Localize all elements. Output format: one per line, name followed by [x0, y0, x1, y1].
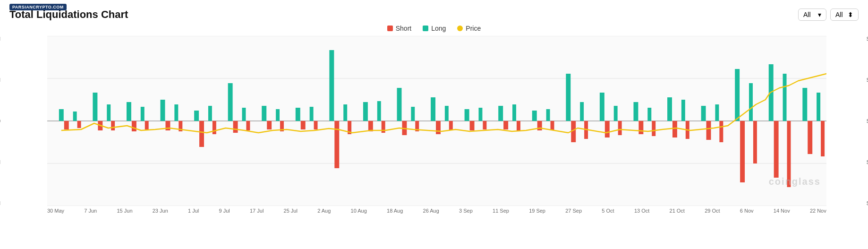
- svg-rect-33: [498, 106, 503, 121]
- x-label-5: 9 Jul: [219, 208, 230, 214]
- svg-rect-82: [551, 121, 554, 130]
- x-label-18: 21 Oct: [670, 208, 685, 214]
- main-chart-area: $703.126M $351.563M $0 $351.563M $703.12…: [9, 36, 859, 206]
- x-label-1: 7 Jun: [84, 208, 97, 214]
- svg-rect-15: [194, 111, 199, 121]
- svg-rect-42: [638, 121, 643, 134]
- svg-rect-59: [174, 104, 178, 121]
- svg-rect-25: [363, 102, 368, 121]
- svg-rect-9: [93, 93, 97, 121]
- y-axis-left: $703.126M $351.563M $0 $351.563M $703.12…: [0, 36, 2, 206]
- x-label-11: 26 Aug: [423, 208, 439, 214]
- svg-rect-98: [821, 121, 825, 156]
- svg-rect-37: [566, 74, 570, 121]
- svg-rect-14: [165, 121, 170, 130]
- svg-rect-77: [478, 108, 482, 121]
- legend-long: Long: [423, 25, 446, 32]
- svg-rect-87: [647, 108, 651, 121]
- svg-rect-46: [706, 121, 711, 140]
- svg-rect-7: [59, 109, 64, 121]
- x-label-20: 6 Nov: [740, 208, 754, 214]
- svg-rect-26: [368, 121, 373, 131]
- svg-rect-71: [377, 101, 381, 121]
- x-label-7: 25 Jul: [284, 208, 298, 214]
- x-label-22: 22 Nov: [810, 208, 826, 214]
- svg-rect-40: [605, 121, 610, 137]
- svg-rect-13: [161, 100, 165, 121]
- svg-rect-22: [301, 121, 306, 129]
- x-label-16: 5 Oct: [602, 208, 614, 214]
- svg-rect-41: [633, 102, 638, 121]
- svg-rect-21: [296, 108, 300, 121]
- y-left-3: $351.563M: [0, 159, 0, 165]
- legend-price-dot: [457, 26, 463, 31]
- svg-rect-91: [715, 104, 719, 121]
- svg-rect-93: [749, 83, 753, 121]
- legend-short-dot: [387, 26, 393, 31]
- x-label-2: 15 Jun: [117, 208, 132, 214]
- svg-rect-19: [262, 106, 266, 121]
- svg-rect-80: [517, 121, 520, 131]
- svg-rect-30: [436, 121, 441, 134]
- dropdown-2-label: All: [835, 11, 843, 18]
- svg-rect-53: [73, 112, 77, 121]
- svg-rect-31: [465, 109, 469, 121]
- svg-rect-57: [141, 107, 145, 121]
- legend: Short Long Price: [0, 25, 868, 32]
- svg-rect-79: [512, 104, 516, 121]
- chart-container: PARSIANCRYPTO.COM Total Liquidations Cha…: [0, 0, 868, 249]
- svg-rect-67: [310, 107, 314, 121]
- header-row: Total Liquidations Chart All ▾ All ⬍: [0, 5, 868, 23]
- legend-long-label: Long: [431, 25, 446, 32]
- svg-rect-75: [445, 106, 449, 121]
- x-label-12: 3 Sep: [459, 208, 473, 214]
- dropdown-2[interactable]: All ⬍: [830, 9, 859, 21]
- chart-title: Total Liquidations Chart: [9, 9, 128, 21]
- svg-rect-69: [343, 104, 347, 121]
- svg-rect-81: [546, 109, 550, 121]
- dropdown-1-arrow: ▾: [818, 11, 821, 18]
- x-axis: 30 May 7 Jun 15 Jun 23 Jun 1 Jul 9 Jul 1…: [47, 208, 826, 214]
- svg-rect-48: [740, 121, 745, 182]
- svg-rect-8: [64, 121, 69, 129]
- svg-rect-34: [503, 121, 508, 129]
- x-label-0: 30 May: [47, 208, 64, 214]
- y-axis-right: $100.00K $80.00K $60.00K $40.00K $20.00K: [865, 36, 868, 206]
- legend-short-label: Short: [396, 25, 411, 32]
- svg-rect-54: [77, 121, 81, 128]
- svg-rect-55: [107, 104, 111, 121]
- svg-rect-39: [600, 93, 604, 121]
- x-label-3: 23 Jun: [153, 208, 168, 214]
- svg-rect-35: [532, 111, 537, 121]
- svg-rect-92: [719, 121, 723, 142]
- svg-rect-95: [783, 74, 787, 121]
- svg-rect-52: [808, 121, 812, 154]
- svg-rect-78: [483, 121, 486, 129]
- svg-rect-47: [735, 69, 740, 121]
- svg-rect-73: [411, 107, 415, 121]
- x-label-14: 19 Sep: [529, 208, 545, 214]
- svg-rect-89: [681, 100, 685, 121]
- svg-rect-51: [802, 88, 807, 121]
- svg-rect-44: [672, 121, 677, 137]
- svg-rect-24: [334, 121, 339, 168]
- svg-rect-97: [817, 93, 820, 121]
- title-area: Total Liquidations Chart: [9, 9, 128, 21]
- dropdown-2-arrows: ⬍: [848, 11, 853, 18]
- x-label-8: 2 Aug: [317, 208, 331, 214]
- dropdown-1[interactable]: All ▾: [798, 9, 826, 21]
- x-label-15: 27 Sep: [565, 208, 582, 214]
- svg-rect-18: [233, 121, 238, 133]
- svg-rect-64: [246, 121, 250, 130]
- svg-rect-45: [701, 106, 706, 121]
- watermark: coinglass: [769, 176, 821, 187]
- svg-rect-94: [753, 121, 757, 163]
- svg-rect-17: [228, 83, 233, 121]
- y-left-2: $0: [0, 118, 0, 124]
- svg-rect-20: [267, 121, 272, 129]
- svg-rect-29: [431, 97, 435, 121]
- legend-price: Price: [457, 25, 481, 32]
- svg-rect-56: [111, 121, 115, 130]
- svg-rect-50: [774, 121, 779, 178]
- svg-rect-27: [397, 88, 402, 121]
